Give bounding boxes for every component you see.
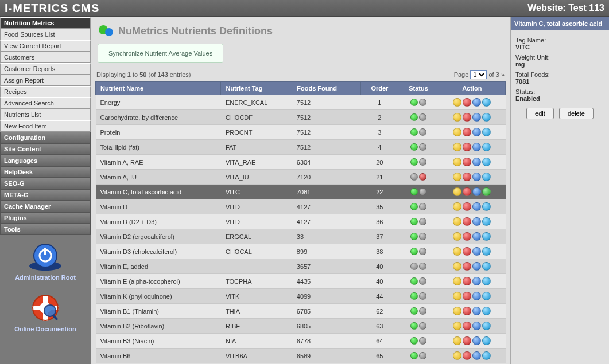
col-action[interactable]: Action [439,82,505,95]
action-edit-icon[interactable] [453,217,461,226]
action-config-icon[interactable] [472,217,481,226]
col-status[interactable]: Status [398,82,439,95]
nav-configuration[interactable]: Configuration [0,132,91,143]
action-edit-icon[interactable] [453,98,461,107]
action-info-icon[interactable] [482,173,491,181]
action-delete-icon[interactable] [463,187,471,196]
delete-button[interactable]: delete [559,108,594,119]
page-select[interactable]: 1 [470,70,487,79]
table-row[interactable]: Vitamin E, added365740 [96,259,506,274]
action-edit-icon[interactable] [453,128,461,136]
action-delete-icon[interactable] [463,143,471,151]
action-info-icon[interactable] [482,98,491,107]
action-config-icon[interactable] [472,292,481,300]
action-edit-icon[interactable] [453,202,461,211]
action-info-icon[interactable] [482,232,491,241]
action-config-icon[interactable] [472,322,481,330]
online-doc-link[interactable]: Online Documention [0,287,91,338]
action-info-icon[interactable] [482,143,491,151]
action-info-icon[interactable] [482,307,491,315]
action-config-icon[interactable] [472,307,481,315]
action-info-icon[interactable] [482,336,491,345]
action-edit-icon[interactable] [453,247,461,256]
nav-customer-reports[interactable]: Customer Reports [0,63,91,75]
action-delete-icon[interactable] [463,232,471,241]
action-delete-icon[interactable] [463,336,471,345]
action-info-icon[interactable] [482,351,491,360]
action-edit-icon[interactable] [453,143,461,151]
action-delete-icon[interactable] [463,307,471,315]
action-edit-icon[interactable] [453,262,461,271]
table-row[interactable]: Vitamin D2 (ergocalciferol)ERGCAL3337 [96,229,506,244]
col-order[interactable]: Order [361,82,398,95]
action-delete-icon[interactable] [463,351,471,360]
table-row[interactable]: Carbohydrate, by differenceCHOCDF75122 [96,110,506,125]
action-delete-icon[interactable] [463,173,471,181]
action-config-icon[interactable] [472,277,481,285]
nav-languages[interactable]: Languages [0,155,91,166]
action-edit-icon[interactable] [453,173,461,181]
action-edit-icon[interactable] [453,232,461,241]
nav-seo-g[interactable]: SEO-G [0,178,91,189]
table-row[interactable]: Total lipid (fat)FAT75124 [96,140,506,155]
action-config-icon[interactable] [472,187,481,196]
action-delete-icon[interactable] [463,113,471,122]
table-row[interactable]: Vitamin B6VITB6A658965 [96,349,506,363]
action-delete-icon[interactable] [463,128,471,136]
nav-site-content[interactable]: Site Content [0,143,91,155]
action-config-icon[interactable] [472,336,481,345]
action-delete-icon[interactable] [463,202,471,211]
action-config-icon[interactable] [472,351,481,360]
nav-helpdesk[interactable]: HelpDesk [0,166,91,178]
table-row[interactable]: EnergyENERC_KCAL75121 [96,95,506,110]
action-info-icon[interactable] [482,247,491,256]
nav-assign-report[interactable]: Assign Report [0,75,91,86]
nav-customers[interactable]: Customers [0,52,91,63]
nav-advanced-search[interactable]: Advanced Search [0,97,91,109]
action-delete-icon[interactable] [463,158,471,166]
action-delete-icon[interactable] [463,247,471,256]
action-info-icon[interactable] [482,158,491,166]
action-delete-icon[interactable] [463,322,471,330]
action-delete-icon[interactable] [463,262,471,271]
nav-view-current-report[interactable]: View Current Report [0,40,91,52]
action-delete-icon[interactable] [463,98,471,107]
action-info-icon[interactable] [482,128,491,136]
action-config-icon[interactable] [472,232,481,241]
action-edit-icon[interactable] [453,307,461,315]
col-tag[interactable]: Nutrient Tag [221,82,292,95]
action-edit-icon[interactable] [453,158,461,166]
nav-meta-g[interactable]: META-G [0,189,91,201]
action-info-icon[interactable] [482,202,491,211]
edit-button[interactable]: edit [526,108,554,119]
action-config-icon[interactable] [472,128,481,136]
action-edit-icon[interactable] [453,336,461,345]
admin-root-link[interactable]: Administration Root [0,235,91,287]
table-row[interactable]: Vitamin DVITD412735 [96,199,506,214]
action-config-icon[interactable] [472,113,481,122]
nav-plugins[interactable]: Plugins [0,212,91,224]
action-edit-icon[interactable] [453,113,461,122]
action-edit-icon[interactable] [453,351,461,360]
col-foods[interactable]: Foods Found [292,82,361,95]
nav-nutrients-list[interactable]: Nutrients List [0,109,91,120]
table-row[interactable]: Vitamin A, IUVITA_IU712021 [96,170,506,185]
action-info-icon[interactable] [482,187,491,196]
action-info-icon[interactable] [482,217,491,226]
nav-recipes[interactable]: Recipes [0,86,91,97]
table-row[interactable]: Vitamin E (alpha-tocopherol)TOCPHA443540 [96,274,506,289]
table-row[interactable]: Vitamin D (D2 + D3)VITD412736 [96,214,506,229]
action-config-icon[interactable] [472,158,481,166]
nav-food-sources-list[interactable]: Food Sources List [0,29,91,40]
action-config-icon[interactable] [472,247,481,256]
action-config-icon[interactable] [472,202,481,211]
action-info-icon[interactable] [482,292,491,300]
nav-cache-manager[interactable]: Cache Manager [0,201,91,212]
table-row[interactable]: Vitamin A, RAEVITA_RAE630420 [96,155,506,170]
nav-nutrition-metrics[interactable]: Nutrition Metrics [0,17,91,29]
nav-new-food-item[interactable]: New Food Item [0,120,91,132]
sync-button[interactable]: Synchronize Nutrient Average Values [98,44,223,63]
action-config-icon[interactable] [472,98,481,107]
table-row[interactable]: Vitamin B3 (Niacin)NIA677864 [96,334,506,349]
table-row[interactable]: Vitamin K (phylloquinone)VITK409944 [96,289,506,304]
